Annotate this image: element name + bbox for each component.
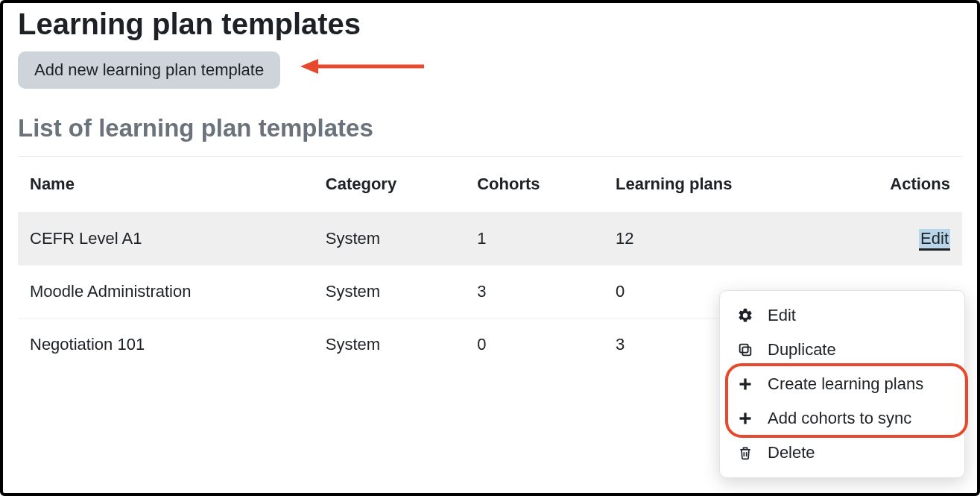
dropdown-item-label: Add cohorts to sync — [768, 409, 911, 428]
plus-icon — [736, 411, 754, 426]
template-category: System — [314, 318, 465, 371]
copy-icon — [736, 342, 754, 358]
page-title: Learning plan templates — [18, 7, 962, 41]
edit-action-link[interactable]: Edit — [919, 229, 950, 251]
plus-icon — [736, 377, 754, 392]
template-cohorts-link[interactable]: 1 — [465, 213, 604, 266]
template-category: System — [314, 266, 465, 318]
template-name-link[interactable]: Negotiation 101 — [18, 318, 314, 371]
template-name-link[interactable]: CEFR Level A1 — [18, 213, 314, 266]
template-cohorts-link[interactable]: 0 — [465, 318, 604, 371]
dropdown-item-label: Delete — [768, 443, 815, 462]
svg-rect-2 — [742, 347, 750, 355]
dropdown-item-label: Duplicate — [768, 340, 836, 360]
add-template-button[interactable]: Add new learning plan template — [18, 51, 280, 89]
gear-icon — [736, 307, 754, 324]
dropdown-delete[interactable]: Delete — [720, 436, 964, 470]
dropdown-item-label: Edit — [768, 306, 796, 325]
annotation-arrow — [299, 55, 426, 78]
col-cohorts: Cohorts — [465, 157, 604, 213]
col-actions: Actions — [828, 157, 962, 213]
template-category: System — [314, 213, 465, 266]
col-category: Category — [314, 157, 465, 213]
svg-rect-7 — [740, 417, 751, 419]
template-plans-link[interactable]: 12 — [604, 213, 828, 266]
col-plans: Learning plans — [604, 157, 828, 213]
svg-rect-3 — [740, 345, 748, 353]
table-row: CEFR Level A1 System 1 12 Edit — [18, 213, 962, 266]
template-name-link[interactable]: Moodle Administration — [18, 266, 314, 318]
trash-icon — [736, 445, 754, 461]
svg-rect-5 — [740, 383, 751, 385]
dropdown-duplicate[interactable]: Duplicate — [720, 333, 964, 367]
col-name: Name — [18, 157, 314, 213]
template-cohorts-link[interactable]: 3 — [465, 266, 604, 318]
svg-marker-1 — [300, 59, 318, 74]
dropdown-edit[interactable]: Edit — [720, 298, 964, 333]
dropdown-add-cohorts[interactable]: Add cohorts to sync — [720, 401, 964, 436]
table-header-row: Name Category Cohorts Learning plans Act… — [18, 157, 962, 213]
actions-dropdown: Edit Duplicate Create learning plans Add… — [719, 290, 965, 478]
list-title: List of learning plan templates — [18, 114, 962, 142]
dropdown-create-plans[interactable]: Create learning plans — [720, 367, 964, 401]
dropdown-item-label: Create learning plans — [768, 374, 923, 394]
